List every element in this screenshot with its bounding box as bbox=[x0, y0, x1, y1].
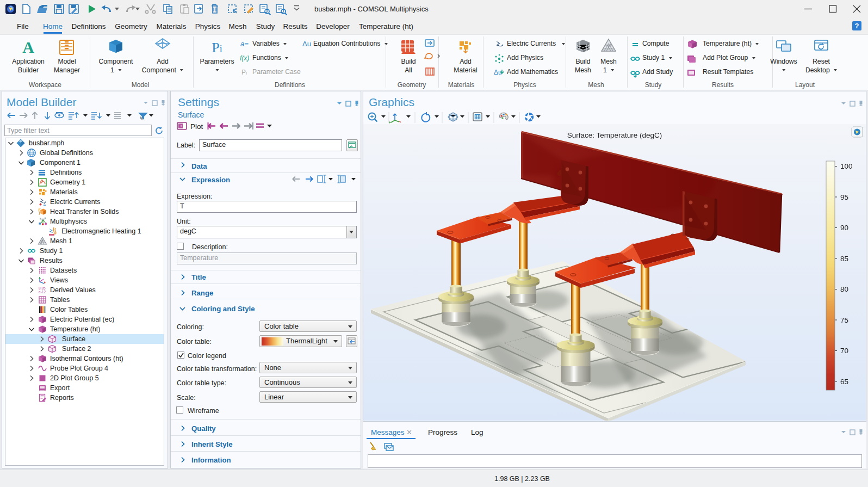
svg-text:f(x): f(x) bbox=[240, 54, 249, 62]
svg-text:70: 70 bbox=[840, 347, 848, 355]
svg-text:Plot: Plot bbox=[190, 122, 203, 131]
svg-text:65: 65 bbox=[840, 378, 848, 386]
svg-text:85: 85 bbox=[840, 255, 848, 263]
svg-text:a=: a= bbox=[240, 40, 249, 48]
svg-text:80: 80 bbox=[840, 285, 848, 293]
svg-text:8.85: 8.85 bbox=[39, 286, 46, 290]
svg-text:Pi: Pi bbox=[241, 69, 247, 76]
svg-text:75: 75 bbox=[840, 316, 848, 324]
svg-text:Δu: Δu bbox=[302, 40, 311, 48]
svg-text:90: 90 bbox=[840, 224, 848, 232]
svg-text:95: 95 bbox=[840, 193, 848, 201]
svg-text:Pi: Pi bbox=[212, 40, 222, 56]
svg-text:100: 100 bbox=[840, 162, 853, 170]
svg-text:e-12: e-12 bbox=[39, 290, 46, 294]
svg-text:Surface: Temperature (degC): Surface: Temperature (degC) bbox=[567, 131, 662, 139]
